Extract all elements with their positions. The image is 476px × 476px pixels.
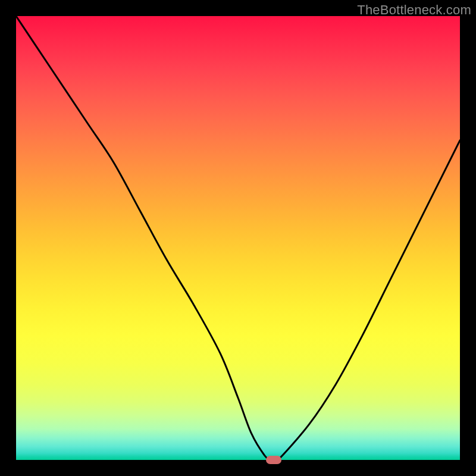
chart-frame: TheBottleneck.com <box>0 0 476 476</box>
watermark-text: TheBottleneck.com <box>357 2 471 18</box>
minimum-marker <box>266 456 281 464</box>
gradient-plot-area <box>16 16 460 460</box>
